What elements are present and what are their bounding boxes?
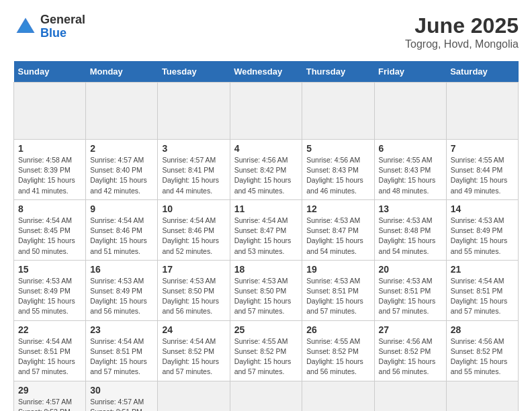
day-info: Sunrise: 4:53 AMSunset: 8:49 PMDaylight:… [451, 216, 514, 257]
calendar-cell [14, 83, 86, 140]
day-number: 26 [306, 324, 369, 335]
calendar-cell: 9Sunrise: 4:54 AMSunset: 8:46 PMDaylight… [86, 199, 158, 260]
day-info: Sunrise: 4:54 AMSunset: 8:46 PMDaylight:… [162, 216, 225, 257]
week-row-5: 22Sunrise: 4:54 AMSunset: 8:51 PMDayligh… [14, 320, 519, 381]
day-info: Sunrise: 4:53 AMSunset: 8:50 PMDaylight:… [162, 276, 225, 317]
month-title: June 2025 [405, 13, 519, 38]
calendar-cell: 6Sunrise: 4:55 AMSunset: 8:43 PMDaylight… [374, 140, 446, 200]
day-info: Sunrise: 4:58 AMSunset: 8:39 PMDaylight:… [18, 155, 81, 196]
day-info: Sunrise: 4:54 AMSunset: 8:46 PMDaylight:… [90, 216, 153, 257]
calendar-cell: 13Sunrise: 4:53 AMSunset: 8:48 PMDayligh… [374, 199, 446, 260]
day-info: Sunrise: 4:56 AMSunset: 8:52 PMDaylight:… [379, 336, 442, 377]
week-row-6: 29Sunrise: 4:57 AMSunset: 8:52 PMDayligh… [14, 381, 519, 411]
week-row-3: 8Sunrise: 4:54 AMSunset: 8:45 PMDaylight… [14, 199, 519, 260]
day-number: 5 [306, 143, 369, 154]
day-info: Sunrise: 4:55 AMSunset: 8:52 PMDaylight:… [306, 336, 369, 377]
day-number: 28 [451, 324, 514, 335]
day-number: 22 [18, 324, 81, 335]
calendar-cell: 8Sunrise: 4:54 AMSunset: 8:45 PMDaylight… [14, 199, 86, 260]
calendar-cell: 2Sunrise: 4:57 AMSunset: 8:40 PMDaylight… [86, 140, 158, 200]
calendar-cell: 1Sunrise: 4:58 AMSunset: 8:39 PMDaylight… [14, 140, 86, 200]
day-number: 4 [234, 143, 298, 154]
day-number: 9 [90, 203, 153, 214]
logo-blue-text: Blue [40, 27, 85, 40]
day-number: 8 [18, 203, 81, 214]
calendar-cell: 17Sunrise: 4:53 AMSunset: 8:50 PMDayligh… [158, 260, 230, 320]
day-number: 24 [162, 324, 225, 335]
calendar-cell [158, 83, 230, 140]
calendar-cell: 30Sunrise: 4:57 AMSunset: 8:51 PMDayligh… [86, 381, 158, 411]
day-info: Sunrise: 4:54 AMSunset: 8:52 PMDaylight:… [162, 336, 225, 377]
calendar-cell: 11Sunrise: 4:54 AMSunset: 8:47 PMDayligh… [230, 199, 302, 260]
calendar-cell: 4Sunrise: 4:56 AMSunset: 8:42 PMDaylight… [230, 140, 302, 200]
day-info: Sunrise: 4:54 AMSunset: 8:51 PMDaylight:… [90, 336, 153, 377]
day-header-saturday: Saturday [446, 61, 518, 83]
day-number: 19 [306, 264, 369, 275]
page-header: General Blue June 2025 Togrog, Hovd, Mon… [13, 13, 519, 50]
calendar-cell: 15Sunrise: 4:53 AMSunset: 8:49 PMDayligh… [14, 260, 86, 320]
calendar-cell [302, 381, 374, 411]
day-number: 10 [162, 203, 225, 214]
day-info: Sunrise: 4:53 AMSunset: 8:50 PMDaylight:… [234, 276, 298, 317]
calendar-cell [446, 381, 518, 411]
day-info: Sunrise: 4:57 AMSunset: 8:40 PMDaylight:… [90, 155, 153, 196]
calendar-cell [302, 83, 374, 140]
day-info: Sunrise: 4:53 AMSunset: 8:51 PMDaylight:… [306, 276, 369, 317]
logo-general-text: General [40, 13, 85, 27]
calendar-cell: 14Sunrise: 4:53 AMSunset: 8:49 PMDayligh… [446, 199, 518, 260]
day-info: Sunrise: 4:54 AMSunset: 8:47 PMDaylight:… [234, 216, 298, 257]
day-header-friday: Friday [374, 61, 446, 83]
day-info: Sunrise: 4:53 AMSunset: 8:49 PMDaylight:… [18, 276, 81, 317]
calendar-cell [158, 381, 230, 411]
calendar-cell: 10Sunrise: 4:54 AMSunset: 8:46 PMDayligh… [158, 199, 230, 260]
calendar-cell: 21Sunrise: 4:54 AMSunset: 8:51 PMDayligh… [446, 260, 518, 320]
calendar-cell: 5Sunrise: 4:56 AMSunset: 8:43 PMDaylight… [302, 140, 374, 200]
calendar-cell: 22Sunrise: 4:54 AMSunset: 8:51 PMDayligh… [14, 320, 86, 381]
calendar-cell: 23Sunrise: 4:54 AMSunset: 8:51 PMDayligh… [86, 320, 158, 381]
day-info: Sunrise: 4:55 AMSunset: 8:43 PMDaylight:… [379, 155, 442, 196]
calendar-cell: 28Sunrise: 4:56 AMSunset: 8:52 PMDayligh… [446, 320, 518, 381]
day-header-tuesday: Tuesday [158, 61, 230, 83]
day-info: Sunrise: 4:53 AMSunset: 8:48 PMDaylight:… [379, 216, 442, 257]
day-info: Sunrise: 4:55 AMSunset: 8:52 PMDaylight:… [234, 336, 298, 377]
day-number: 27 [379, 324, 442, 335]
calendar-cell [230, 381, 302, 411]
calendar-header-row: SundayMondayTuesdayWednesdayThursdayFrid… [14, 61, 519, 83]
day-header-thursday: Thursday [302, 61, 374, 83]
calendar-cell [230, 83, 302, 140]
day-number: 1 [18, 143, 81, 154]
day-number: 23 [90, 324, 153, 335]
logo: General Blue [13, 13, 85, 40]
calendar-cell: 19Sunrise: 4:53 AMSunset: 8:51 PMDayligh… [302, 260, 374, 320]
title-section: June 2025 Togrog, Hovd, Mongolia [405, 13, 519, 50]
calendar-cell: 20Sunrise: 4:53 AMSunset: 8:51 PMDayligh… [374, 260, 446, 320]
day-info: Sunrise: 4:57 AMSunset: 8:52 PMDaylight:… [18, 397, 81, 412]
calendar-cell: 26Sunrise: 4:55 AMSunset: 8:52 PMDayligh… [302, 320, 374, 381]
day-number: 14 [451, 203, 514, 214]
week-row-1 [14, 83, 519, 140]
calendar-cell: 27Sunrise: 4:56 AMSunset: 8:52 PMDayligh… [374, 320, 446, 381]
calendar-cell: 7Sunrise: 4:55 AMSunset: 8:44 PMDaylight… [446, 140, 518, 200]
calendar-table: SundayMondayTuesdayWednesdayThursdayFrid… [13, 61, 519, 411]
day-info: Sunrise: 4:53 AMSunset: 8:51 PMDaylight:… [379, 276, 442, 317]
day-info: Sunrise: 4:57 AMSunset: 8:41 PMDaylight:… [162, 155, 225, 196]
day-info: Sunrise: 4:54 AMSunset: 8:51 PMDaylight:… [451, 276, 514, 317]
location-title: Togrog, Hovd, Mongolia [405, 38, 519, 50]
day-number: 18 [234, 264, 298, 275]
day-number: 12 [306, 203, 369, 214]
day-header-sunday: Sunday [14, 61, 86, 83]
day-info: Sunrise: 4:53 AMSunset: 8:49 PMDaylight:… [90, 276, 153, 317]
day-info: Sunrise: 4:53 AMSunset: 8:47 PMDaylight:… [306, 216, 369, 257]
calendar-cell: 24Sunrise: 4:54 AMSunset: 8:52 PMDayligh… [158, 320, 230, 381]
calendar-cell [374, 83, 446, 140]
day-info: Sunrise: 4:57 AMSunset: 8:51 PMDaylight:… [90, 397, 153, 412]
day-header-monday: Monday [86, 61, 158, 83]
day-number: 25 [234, 324, 298, 335]
calendar-cell [446, 83, 518, 140]
day-number: 7 [451, 143, 514, 154]
logo-icon [13, 15, 38, 39]
day-header-wednesday: Wednesday [230, 61, 302, 83]
day-info: Sunrise: 4:55 AMSunset: 8:44 PMDaylight:… [451, 155, 514, 196]
day-number: 30 [90, 385, 153, 396]
day-number: 21 [451, 264, 514, 275]
